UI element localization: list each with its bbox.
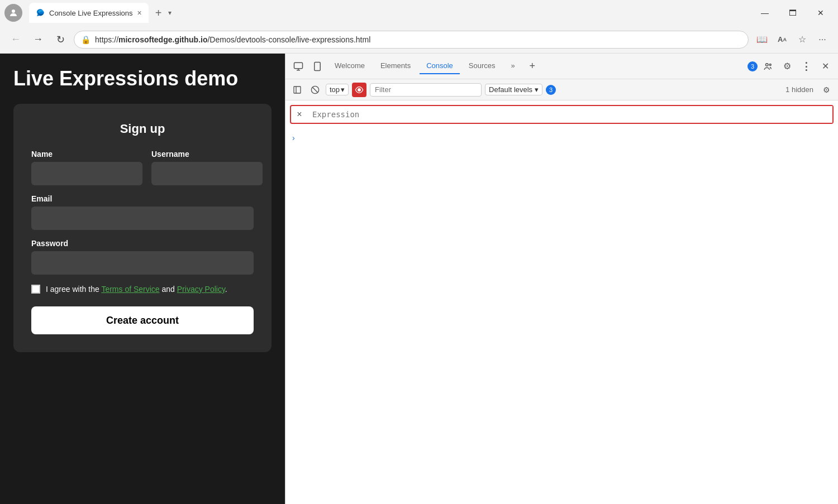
console-settings-btn[interactable]: ⚙ xyxy=(819,83,834,97)
url-path: /Demos/devtools-console/live-expressions… xyxy=(207,35,370,44)
signup-card: Sign up Name Username Email xyxy=(13,104,272,352)
default-levels-selector[interactable]: Default levels ▾ xyxy=(485,84,542,95)
refresh-btn[interactable]: ↻ xyxy=(51,31,69,49)
devtools-settings-btn[interactable]: ⚙ xyxy=(779,58,796,75)
devtools-more-btn[interactable]: ⋮ xyxy=(798,58,815,75)
svg-rect-1 xyxy=(294,63,303,69)
terms-row: I agree with the Terms of Service and Pr… xyxy=(31,284,254,295)
console-filter-input[interactable] xyxy=(370,83,482,97)
name-input[interactable] xyxy=(31,162,142,185)
console-clear-btn[interactable] xyxy=(308,83,322,97)
svg-point-0 xyxy=(12,9,15,13)
lock-icon: 🔒 xyxy=(81,35,91,44)
browser-frame: Console Live Expressions × + ▾ — 🗖 ✕ ← →… xyxy=(0,0,838,504)
new-tab-btn[interactable]: + xyxy=(151,4,166,22)
close-btn[interactable]: ✕ xyxy=(808,4,834,22)
name-username-row: Name Username xyxy=(31,150,254,185)
tab-title: Console Live Expressions xyxy=(49,9,133,17)
back-btn[interactable]: ← xyxy=(7,31,25,49)
browser-toolbar-icons: 📖 AA ☆ ··· xyxy=(753,31,831,49)
privacy-link[interactable]: Privacy Policy xyxy=(177,285,225,294)
devtools-close-btn[interactable]: ✕ xyxy=(817,58,834,75)
and-text: and xyxy=(160,285,177,294)
name-field-group: Name xyxy=(31,150,142,185)
address-bar: ← → ↻ 🔒 https://microsoftedge.github.io/… xyxy=(0,26,838,54)
tab-dropdown-btn[interactable]: ▾ xyxy=(168,9,172,17)
expression-close-btn[interactable]: × xyxy=(291,106,308,123)
title-bar: Console Live Expressions × + ▾ — 🗖 ✕ xyxy=(0,0,838,26)
terms-checkbox[interactable] xyxy=(31,285,40,294)
forward-btn[interactable]: → xyxy=(29,31,47,49)
svg-point-10 xyxy=(358,88,360,91)
main-area: Live Expressions demo Sign up Name Usern… xyxy=(0,54,838,504)
create-account-btn[interactable]: Create account xyxy=(31,306,254,334)
context-selector[interactable]: top ▾ xyxy=(326,84,349,95)
favorites-btn[interactable]: ☆ xyxy=(793,31,811,49)
terms-link[interactable]: Terms of Service xyxy=(101,285,159,294)
tab-close-btn[interactable]: × xyxy=(137,8,142,17)
email-label: Email xyxy=(31,194,254,203)
window-controls: — 🗖 ✕ xyxy=(752,4,834,22)
console-toolbar: top ▾ Default levels ▾ 3 1 hidde xyxy=(285,79,838,100)
maximize-btn[interactable]: 🗖 xyxy=(780,4,806,22)
demo-title: Live Expressions demo xyxy=(13,67,272,90)
signup-title: Sign up xyxy=(31,122,254,136)
message-count-area: 3 xyxy=(546,85,556,95)
password-input[interactable] xyxy=(31,251,254,275)
more-btn[interactable]: ··· xyxy=(813,31,831,49)
levels-arrow: ▾ xyxy=(535,85,539,94)
url-prefix: https:// xyxy=(95,35,118,44)
expression-input[interactable] xyxy=(308,106,832,123)
profile-icon[interactable] xyxy=(4,4,22,22)
svg-rect-6 xyxy=(294,87,301,93)
console-sidebar-btn[interactable] xyxy=(290,83,304,97)
live-expressions-btn[interactable] xyxy=(352,83,366,97)
webpage-panel: Live Expressions demo Sign up Name Usern… xyxy=(0,54,285,504)
reading-view-btn[interactable]: 📖 xyxy=(753,31,771,49)
username-label: Username xyxy=(151,150,263,159)
hidden-count: 1 hidden xyxy=(785,85,813,94)
svg-point-4 xyxy=(766,63,769,66)
email-input[interactable] xyxy=(31,207,254,230)
tab-strip: Console Live Expressions × + ▾ xyxy=(29,3,750,23)
edge-favicon xyxy=(36,8,45,17)
translate-btn[interactable]: AA xyxy=(773,31,791,49)
default-levels-label: Default levels xyxy=(489,85,532,94)
devtools-add-tab-btn[interactable]: + xyxy=(524,58,541,75)
tab-welcome[interactable]: Welcome xyxy=(328,58,372,74)
context-label: top xyxy=(330,85,340,94)
console-chevron[interactable]: › xyxy=(290,131,297,145)
devtools-screen-cast-btn[interactable] xyxy=(290,58,307,75)
url-bar[interactable]: 🔒 https://microsoftedge.github.io/Demos/… xyxy=(74,31,749,49)
devtools-badge: 3 xyxy=(747,61,758,71)
live-expression-box: × xyxy=(290,105,834,124)
svg-line-9 xyxy=(312,87,317,92)
password-label: Password xyxy=(31,239,254,248)
tab-elements[interactable]: Elements xyxy=(374,58,417,74)
name-label: Name xyxy=(31,150,142,159)
username-input[interactable] xyxy=(151,162,263,185)
active-tab[interactable]: Console Live Expressions × xyxy=(29,3,149,23)
devtools-panel: Welcome Elements Console Sources » + 3 ⚙… xyxy=(285,54,838,504)
console-content: › xyxy=(285,128,838,504)
tab-more[interactable]: » xyxy=(504,58,522,74)
password-field-group: Password xyxy=(31,239,254,275)
terms-label: I agree with the Terms of Service and Pr… xyxy=(46,284,227,295)
minimize-btn[interactable]: — xyxy=(752,4,778,22)
agree-text: I agree with the xyxy=(46,285,101,294)
devtools-right-actions: 3 ⚙ ⋮ ✕ xyxy=(747,58,834,75)
devtools-device-btn[interactable] xyxy=(309,58,326,75)
email-field-group: Email xyxy=(31,194,254,230)
period: . xyxy=(225,285,227,294)
url-domain: microsoftedge.github.io xyxy=(118,35,207,44)
tab-console[interactable]: Console xyxy=(420,58,460,74)
svg-point-5 xyxy=(769,64,771,65)
username-field-group: Username xyxy=(151,150,263,185)
console-badge: 3 xyxy=(546,85,556,95)
devtools-profile-btn[interactable] xyxy=(760,58,777,75)
context-dropdown-icon: ▾ xyxy=(341,85,345,94)
tab-sources[interactable]: Sources xyxy=(462,58,502,74)
devtools-tab-strip: Welcome Elements Console Sources » + 3 ⚙… xyxy=(285,54,838,79)
url-text: https://microsoftedge.github.io/Demos/de… xyxy=(95,35,741,44)
